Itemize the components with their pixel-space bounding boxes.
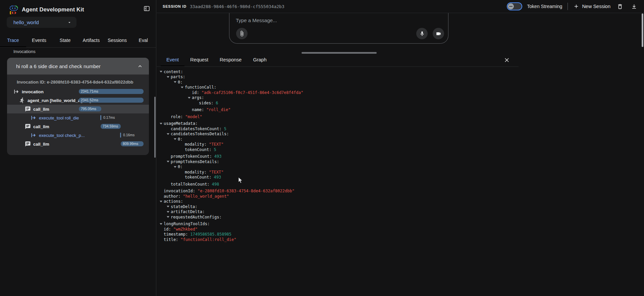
token-streaming-toggle[interactable] [507,2,522,10]
json-key: stateDelta: [171,204,197,209]
message-input-box: Type a Message... [229,13,448,44]
json-value: 5 [214,147,216,152]
event-json-tree: content:parts:0:functionCall:id:"adk-caf… [157,67,519,242]
trace-span-row[interactable]: agent_run [hello_world_agent]2341.52ms [7,96,149,105]
duration-bar: 0.16ms [120,133,121,138]
json-value: "model" [185,114,202,119]
microphone-button[interactable] [416,28,428,39]
sidebar-scrollbar-thumb[interactable] [154,97,156,158]
tab-label: Trace [7,38,19,43]
collapse-triangle-icon[interactable] [160,201,164,202]
collapse-triangle-icon[interactable] [167,133,171,135]
video-button[interactable] [433,28,444,39]
json-line: modality:"TEXT" [157,142,519,147]
span-timeline: 795.05ms [79,106,144,111]
message-input[interactable]: Type a Message... [236,17,277,23]
collapse-triangle-icon[interactable] [167,206,171,207]
session-header: SESSION ID 33aad288-9846-46f6-980d-cf555… [157,0,644,13]
json-line: content: [157,69,519,75]
export-session-button[interactable] [629,2,639,11]
trace-span-row[interactable]: execute_tool roll_die0.17ms [7,113,149,122]
trace-span-row[interactable]: call_llm734.59ms [7,122,149,131]
json-value: 6 [216,101,218,105]
detail-tab-request[interactable]: Request [184,54,214,66]
delete-session-button[interactable] [615,2,625,11]
json-line: tokenCount:493 [157,175,519,180]
collapse-triangle-icon[interactable] [167,161,171,162]
json-line: promptTokenCount:493 [157,154,519,159]
json-value: "wmZhkbed" [173,227,198,232]
trace-span-row[interactable]: invocation2341.71ms [7,87,149,96]
json-line: artifactDelta: [157,209,519,215]
sidebar-tab-eval[interactable]: Eval [130,34,156,47]
vertical-scrollbar-thumb[interactable] [642,13,643,47]
json-key: 0: [178,164,182,169]
json-line: timestamp:1749586585.858985 [157,232,519,237]
app-window: Agent Development Kit hello_world TraceE… [0,0,644,296]
detail-tab-response[interactable]: Response [214,54,247,66]
invocation-id: Invocation ID: e-2808fd10-6383-4754-8de4… [7,80,149,85]
json-value: "functionCall:roll_die" [180,237,236,242]
sidebar-tab-state[interactable]: State [52,34,78,47]
sidebar-header: Agent Development Kit [0,0,156,19]
agent-name: hello_world [13,19,67,25]
json-key: artifactDelta: [171,209,205,214]
json-key: title: [164,237,178,242]
collapse-triangle-icon[interactable] [188,97,192,99]
trace-span-row[interactable]: execute_tool check_p...0.16ms [7,131,149,140]
collapse-triangle-icon[interactable] [174,81,178,83]
json-key: content: [164,69,183,74]
mic-icon [419,31,425,37]
collapse-triangle-icon[interactable] [160,123,164,125]
invocation-card-header[interactable]: hi roll a 6 side dice and check number [7,58,149,75]
collapse-triangle-icon[interactable] [160,71,164,72]
agent-selector-dropdown[interactable]: hello_world [7,17,76,28]
span-label: call_llm [33,107,49,112]
json-value: 1749586585.858985 [190,232,231,237]
json-line: candidatesTokensDetails: [157,132,519,137]
sidebar-tab-sessions[interactable]: Sessions [104,34,130,47]
close-detail-button[interactable] [502,56,511,64]
json-value: 493 [214,154,222,159]
collapse-triangle-icon[interactable] [174,166,178,168]
collapse-triangle-icon[interactable] [167,216,171,218]
json-line: role:"model" [157,114,519,119]
collapse-triangle-icon[interactable] [160,223,164,225]
json-line: id:"wmZhkbed" [157,227,519,232]
span-timeline: 2341.71ms [79,89,144,94]
json-key: promptTokenCount: [171,154,212,159]
sidebar-tabs: TraceEventsStateArtifactsSessionsEval [0,34,156,48]
json-key: modality: [185,170,207,175]
trace-span-row[interactable]: call_llm809.99ms [7,140,149,148]
json-key: role: [171,114,183,119]
duration-label: 2341.71ms [79,89,144,94]
json-line: candidatesTokenCount:5 [157,126,519,132]
token-streaming-label: Token Streaming [527,4,562,9]
json-line: name:"roll_die" [157,107,519,113]
new-session-button[interactable]: New Session [573,3,610,9]
collapse-triangle-icon[interactable] [174,138,178,140]
sidebar-tab-artifacts[interactable]: Artifacts [78,34,104,47]
collapse-triangle-icon[interactable] [181,87,185,88]
collapse-sidebar-button[interactable] [142,3,152,13]
collapse-triangle-icon[interactable] [167,211,171,213]
chat-icon [25,141,31,147]
detail-tab-graph[interactable]: Graph [247,54,272,66]
json-key: 0: [178,137,182,142]
attach-file-button[interactable] [236,28,248,39]
span-timeline: 809.99ms [79,141,144,146]
json-line: totalTokenCount:498 [157,182,519,187]
json-key: candidatesTokenCount: [171,127,222,131]
collapse-triangle-icon[interactable] [167,76,171,78]
duration-bar: 2341.52ms [79,98,144,103]
json-line: author:"hello_world_agent" [157,194,519,199]
duration-label: 795.05ms [79,106,101,111]
json-key: actions: [164,199,183,204]
duration-label: 0.17ms [103,115,115,120]
sidebar-tab-trace[interactable]: Trace [0,34,26,47]
trace-span-row[interactable]: call_llm795.05ms [7,105,149,113]
json-key: 0: [178,80,182,85]
detail-tab-event[interactable]: Event [161,54,184,66]
sidebar-tab-events[interactable]: Events [26,34,52,47]
json-key: candidatesTokensDetails: [171,132,229,136]
